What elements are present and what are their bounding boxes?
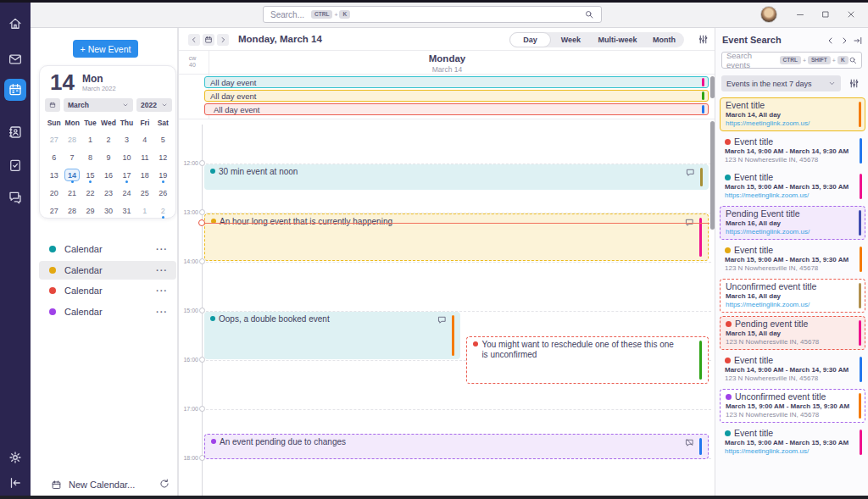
event-search-result[interactable]: Event titleMarch 15, 9:00 AM - March 15,… [720, 170, 865, 202]
next-day-button[interactable] [217, 34, 229, 46]
event-search-result[interactable]: Event titleMarch 15, 9:00 AM - March 15,… [720, 243, 865, 275]
mini-calendar-day[interactable]: 28 [63, 202, 81, 219]
nav-item-calendar[interactable] [4, 79, 26, 101]
tab-week[interactable]: Week [551, 32, 591, 47]
event-search-result[interactable]: Unconfirmed event titleMarch 15, 9:00 AM… [720, 389, 865, 423]
result-meeting-link[interactable]: https://meetinglink.zoom.us/ [726, 301, 854, 309]
mini-calendar-day[interactable]: 25 [136, 184, 153, 202]
panel-collapse-icon[interactable] [853, 36, 863, 46]
new-event-button[interactable]: + New Event [73, 40, 138, 58]
mini-calendar-day[interactable]: 1 [81, 130, 99, 148]
all-day-event[interactable]: All day event [204, 76, 709, 88]
calendar-event[interactable]: An hour long event that is currently hap… [204, 213, 709, 261]
mini-calendar-day[interactable]: 21 [63, 184, 81, 202]
nav-item-contacts[interactable] [8, 125, 23, 140]
nav-item-collapse[interactable] [8, 475, 23, 491]
event-search-result[interactable]: Unconfirmed event titleMarch 16, All day… [720, 279, 865, 313]
maximize-button[interactable] [821, 9, 831, 19]
tab-multi-week[interactable]: Multi-week [591, 32, 644, 47]
calendar-menu-icon[interactable]: ··· [156, 307, 168, 317]
mini-calendar-today-button[interactable] [45, 98, 60, 112]
mini-calendar-day[interactable]: 27 [45, 130, 63, 148]
nav-item-settings[interactable] [8, 450, 23, 465]
event-search-result[interactable]: Event titleMarch 14, 9:00 AM - March 14,… [720, 353, 865, 385]
mini-calendar-day[interactable]: 8 [81, 148, 99, 166]
mini-calendar-day[interactable]: 22 [81, 184, 99, 202]
tab-day[interactable]: Day [509, 32, 551, 47]
all-day-event[interactable]: All day event [204, 90, 709, 102]
mini-calendar-day[interactable]: 15 [81, 166, 99, 184]
minimize-button[interactable] [795, 9, 805, 19]
mini-calendar-day[interactable]: 17 [118, 166, 136, 184]
tab-month[interactable]: Month [644, 32, 684, 47]
sync-icon[interactable] [159, 478, 170, 490]
mini-calendar-day[interactable]: 6 [45, 148, 63, 166]
nav-item-tasks[interactable] [8, 158, 23, 173]
event-search-result[interactable]: Pending Event titleMarch 16, All dayhttp… [720, 206, 865, 240]
mini-calendar-day[interactable]: 23 [99, 184, 117, 202]
mini-calendar-day[interactable]: 24 [118, 184, 136, 202]
mini-calendar-day[interactable]: 3 [118, 130, 136, 148]
new-calendar-button[interactable]: New Calendar... [39, 475, 176, 494]
event-search-result[interactable]: Event titleMarch 14, 9:00 AM - March 14,… [720, 135, 865, 167]
user-avatar[interactable] [760, 6, 777, 23]
close-button[interactable] [846, 9, 856, 19]
mini-calendar-day[interactable]: 28 [63, 130, 81, 148]
event-range-select[interactable]: Events in the next 7 days [721, 75, 841, 91]
mini-calendar-day[interactable]: 20 [45, 184, 63, 202]
calendar-event[interactable]: Oops, a double booked event [204, 312, 460, 359]
mini-calendar-day[interactable]: 9 [99, 148, 117, 166]
search-icon[interactable] [584, 9, 594, 19]
result-meeting-link[interactable]: https://meetinglink.zoom.us/ [725, 447, 855, 456]
mini-calendar-day[interactable]: 5 [154, 130, 172, 148]
event-search-input[interactable]: Search events CTRL + SHIFT + K [721, 52, 862, 69]
mini-calendar-day[interactable]: 31 [118, 202, 136, 219]
search-icon[interactable] [849, 56, 857, 65]
calendar-list-item[interactable]: Calendar··· [39, 281, 176, 300]
mini-calendar-day[interactable]: 14 [63, 166, 81, 184]
calendar-list-item[interactable]: Calendar··· [39, 261, 176, 280]
view-options-icon[interactable] [698, 34, 709, 45]
event-search-result[interactable]: Pending event titleMarch 15, All day123 … [720, 316, 865, 350]
calendar-menu-icon[interactable]: ··· [156, 286, 168, 296]
search-options-icon[interactable] [849, 78, 860, 89]
previous-day-button[interactable] [188, 34, 200, 46]
nav-item-mail[interactable] [8, 52, 23, 67]
calendar-menu-icon[interactable]: ··· [156, 244, 168, 254]
calendar-list-item[interactable]: Calendar··· [39, 302, 176, 321]
calendar-list-item[interactable]: Calendar··· [39, 240, 176, 258]
mini-calendar-day[interactable]: 16 [99, 166, 117, 184]
mini-calendar-day[interactable]: 13 [45, 166, 63, 184]
mini-calendar-day[interactable]: 2 [99, 130, 117, 148]
mini-calendar-day[interactable]: 18 [136, 166, 153, 184]
calendar-event[interactable]: An event pending due to changes [204, 434, 709, 459]
nav-item-home[interactable] [8, 16, 23, 31]
mini-calendar-day[interactable]: 19 [154, 166, 172, 184]
result-meeting-link[interactable]: https://meetinglink.zoom.us/ [726, 119, 854, 128]
panel-prev-icon[interactable] [826, 36, 836, 46]
month-select[interactable]: March [64, 98, 133, 112]
all-day-event[interactable]: All day event [204, 103, 709, 115]
mini-calendar-day[interactable]: 1 [136, 202, 153, 219]
calendar-menu-icon[interactable]: ··· [156, 265, 168, 275]
result-meeting-link[interactable]: https://meetinglink.zoom.us/ [726, 228, 854, 236]
panel-next-icon[interactable] [839, 36, 849, 46]
today-button[interactable] [203, 34, 214, 46]
mini-calendar-day[interactable]: 2 [154, 202, 172, 219]
calendar-event[interactable]: You might want to reschedule one of thes… [466, 336, 709, 384]
mini-calendar-day[interactable]: 30 [99, 202, 117, 219]
result-meeting-link[interactable]: https://meetinglink.zoom.us/ [725, 191, 855, 200]
mini-calendar-day[interactable]: 29 [81, 202, 99, 219]
mini-calendar-day[interactable]: 27 [45, 202, 63, 219]
mini-calendar-day[interactable]: 11 [136, 148, 153, 166]
global-search-input[interactable]: Search... CTRL + K [263, 6, 602, 23]
mini-calendar-day[interactable]: 26 [154, 184, 172, 202]
nav-item-chats[interactable] [8, 190, 23, 205]
event-search-result[interactable]: Event titleMarch 14, All dayhttps://meet… [720, 97, 865, 131]
year-select[interactable]: 2022 [136, 98, 172, 112]
mini-calendar-day[interactable]: 12 [154, 148, 172, 166]
mini-calendar-day[interactable]: 7 [63, 148, 81, 166]
mini-calendar-day[interactable]: 10 [118, 148, 136, 166]
mini-calendar-day[interactable]: 4 [136, 130, 153, 148]
event-search-result[interactable]: Event titleMarch 15, 9:00 AM - March 15,… [720, 426, 865, 458]
